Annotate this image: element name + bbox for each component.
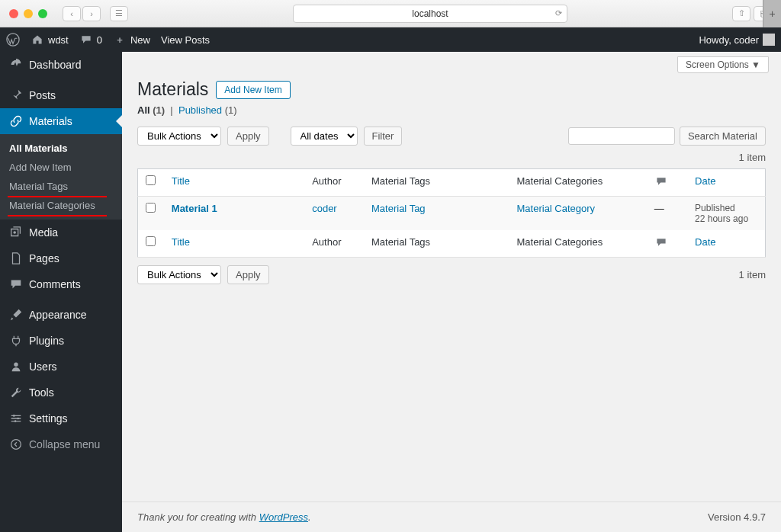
sidebar-item-media[interactable]: Media: [0, 220, 122, 245]
pin-icon: [9, 88, 23, 102]
column-date[interactable]: Date: [695, 236, 715, 248]
sidebar-item-tools[interactable]: Tools: [0, 380, 122, 405]
admin-sidebar: Dashboard Posts Materials All Materials …: [0, 52, 122, 532]
admin-bar: wdst 0 + New View Posts Howdy, coder: [0, 27, 781, 52]
version-label: Version 4.9.7: [708, 511, 766, 523]
view-posts-link[interactable]: View Posts: [161, 34, 210, 46]
account-link[interactable]: Howdy, coder: [699, 34, 775, 46]
plus-icon: +: [113, 33, 127, 46]
row-comments: —: [647, 197, 687, 231]
sidebar-label: Settings: [29, 412, 68, 425]
column-title[interactable]: Title: [172, 236, 190, 248]
page-title: Materials: [137, 79, 208, 100]
brush-icon: [9, 308, 23, 322]
forward-button[interactable]: ›: [82, 6, 101, 21]
column-tags: Material Tags: [364, 169, 509, 197]
comments-count: 0: [97, 34, 102, 46]
sidebar-item-comments[interactable]: Comments: [0, 271, 122, 297]
svg-point-3: [13, 415, 15, 417]
new-tab-button[interactable]: +: [763, 0, 781, 27]
row-author-link[interactable]: coder: [312, 203, 337, 214]
comment-icon: [79, 33, 93, 46]
sidebar-item-material-categories[interactable]: Material Categories: [0, 196, 122, 215]
wordpress-link[interactable]: WordPress: [259, 511, 308, 523]
filter-published[interactable]: Published (1): [178, 104, 237, 116]
column-tags: Material Tags: [364, 230, 509, 258]
column-date[interactable]: Date: [695, 175, 715, 187]
site-name-link[interactable]: wdst: [31, 33, 69, 46]
collapse-icon: [9, 437, 23, 451]
maximize-window-icon[interactable]: [38, 9, 47, 18]
column-author: Author: [304, 230, 364, 258]
sidebar-label: Dashboard: [29, 59, 82, 71]
post-status-filters: All (1) | Published (1): [122, 103, 781, 122]
sidebar-item-dashboard[interactable]: Dashboard: [0, 52, 122, 78]
new-content-link[interactable]: + New: [113, 33, 150, 46]
item-count: 1 item: [739, 152, 766, 163]
sidebar-item-settings[interactable]: Settings: [0, 405, 122, 431]
link-icon: [9, 114, 23, 128]
svg-point-6: [11, 440, 21, 450]
close-window-icon[interactable]: [9, 9, 18, 18]
address-bar[interactable]: localhost ⟳: [293, 5, 567, 23]
sidebar-item-add-new-item[interactable]: Add New Item: [0, 158, 122, 177]
sidebar-label: Media: [29, 226, 58, 239]
column-title[interactable]: Title: [172, 175, 190, 187]
row-title-link[interactable]: Material 1: [172, 203, 217, 214]
row-checkbox[interactable]: [146, 203, 156, 213]
howdy-label: Howdy, coder: [699, 34, 759, 46]
bulk-actions-select-bottom[interactable]: Bulk Actions: [137, 265, 221, 284]
dates-filter-select[interactable]: All dates: [291, 127, 358, 146]
filter-all[interactable]: All (1): [137, 104, 165, 116]
view-posts-label: View Posts: [161, 34, 210, 46]
search-button[interactable]: Search Material: [680, 127, 766, 146]
media-icon: [9, 226, 23, 239]
browser-toolbar: ‹ › ☰ localhost ⟳ ⇧ ⎘ +: [0, 0, 781, 27]
page-icon: [9, 252, 23, 265]
row-category-link[interactable]: Material Category: [517, 203, 596, 214]
reload-icon[interactable]: ⟳: [555, 8, 562, 18]
screen-options-button[interactable]: Screen Options ▼: [677, 56, 769, 73]
wrench-icon: [9, 386, 23, 399]
sidebar-label: Plugins: [29, 335, 64, 347]
avatar: [763, 34, 775, 46]
sidebar-item-appearance[interactable]: Appearance: [0, 302, 122, 328]
collapse-menu-button[interactable]: Collapse menu: [0, 431, 122, 457]
minimize-window-icon[interactable]: [24, 9, 33, 18]
window-controls: [9, 9, 47, 18]
apply-button-bottom[interactable]: Apply: [227, 265, 269, 284]
sidebar-item-pages[interactable]: Pages: [0, 245, 122, 271]
sidebar-item-material-tags[interactable]: Material Tags: [0, 177, 122, 196]
user-icon: [9, 360, 23, 373]
svg-point-2: [14, 363, 18, 367]
select-all-checkbox-bottom[interactable]: [146, 236, 156, 246]
sidebar-item-plugins[interactable]: Plugins: [0, 328, 122, 354]
comments-link[interactable]: 0: [79, 33, 102, 46]
comment-icon: [654, 175, 668, 187]
sidebar-item-all-materials[interactable]: All Materials: [0, 139, 122, 158]
bulk-actions-select[interactable]: Bulk Actions: [137, 127, 221, 146]
sidebar-label: Appearance: [29, 309, 87, 321]
comment-icon: [9, 277, 23, 291]
comment-icon: [654, 236, 668, 248]
chevron-down-icon: ▼: [751, 59, 760, 70]
sidebar-item-materials[interactable]: Materials: [0, 108, 122, 134]
wp-logo[interactable]: [6, 33, 20, 46]
share-button[interactable]: ⇧: [732, 6, 750, 21]
search-input[interactable]: [568, 127, 675, 145]
sidebar-button[interactable]: ☰: [110, 6, 128, 21]
sidebar-item-users[interactable]: Users: [0, 354, 122, 380]
sidebar-item-posts[interactable]: Posts: [0, 82, 122, 108]
add-new-button[interactable]: Add New Item: [216, 81, 290, 99]
back-button[interactable]: ‹: [63, 6, 81, 21]
url-text: localhost: [412, 8, 448, 19]
select-all-checkbox[interactable]: [146, 175, 156, 185]
row-tag-link[interactable]: Material Tag: [371, 203, 426, 214]
svg-point-1: [13, 231, 16, 234]
sidebar-label: Pages: [29, 252, 59, 264]
filter-button[interactable]: Filter: [364, 127, 403, 146]
apply-button[interactable]: Apply: [227, 127, 269, 146]
table-row: Material 1 coder Material Tag Material C…: [138, 197, 766, 231]
sidebar-label: Comments: [29, 278, 81, 290]
sliders-icon: [9, 412, 23, 425]
